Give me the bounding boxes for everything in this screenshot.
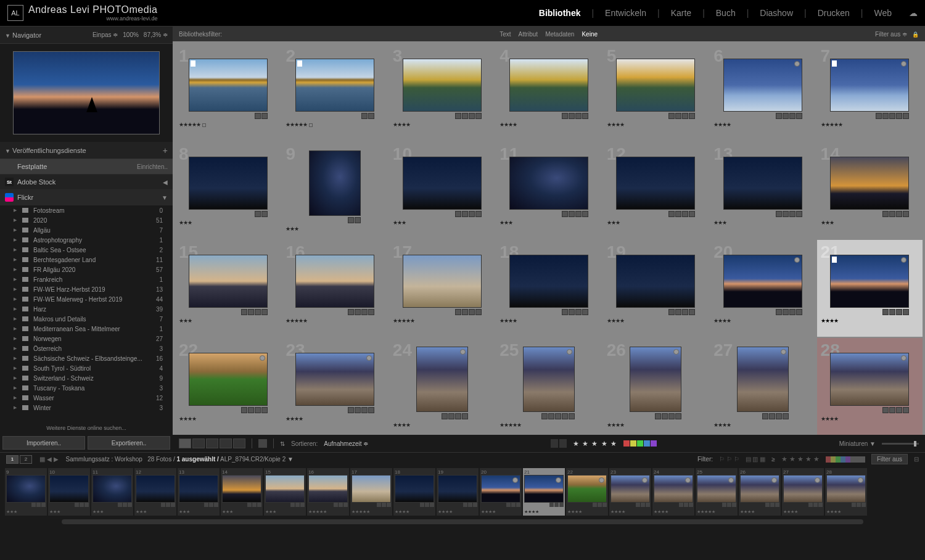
grid-cell[interactable]: 15 ★★★: [175, 240, 281, 337]
thumbnail[interactable]: [509, 59, 588, 112]
rating-stars[interactable]: ★★★: [286, 226, 384, 232]
navigator-preview[interactable]: [0, 44, 173, 142]
rating-stars[interactable]: ★★★★: [713, 422, 812, 428]
module-tab-web[interactable]: Web: [874, 8, 892, 18]
grid-cell[interactable]: 9 ★★★: [282, 142, 387, 239]
filter-preset-label[interactable]: Filter aus ≑: [875, 31, 907, 38]
filmstrip-cell[interactable]: 24 ★★★★: [652, 468, 694, 516]
filter-opt-keine[interactable]: Keine: [582, 31, 598, 38]
module-tab-entwickeln[interactable]: Entwickeln: [605, 8, 646, 18]
filmstrip-cell[interactable]: 21 ★★★★: [523, 468, 565, 516]
thumbnail[interactable]: [189, 157, 268, 210]
collection-item[interactable]: ▶South Tyrol - Südtirol4: [0, 363, 173, 373]
film-thumbnail[interactable]: [524, 475, 564, 503]
collection-item[interactable]: ▶Astrophotography1: [0, 235, 173, 245]
thumbnail[interactable]: [189, 353, 268, 406]
thumbnail[interactable]: [416, 347, 468, 412]
filmstrip-cell[interactable]: 13 ★★★: [178, 468, 220, 516]
filmstrip-cell[interactable]: 20 ★★★★: [480, 468, 522, 516]
grid-cell[interactable]: 13 ★★★: [710, 142, 815, 239]
color-filter[interactable]: [826, 456, 865, 463]
grid-cell[interactable]: 20 ★★★★: [710, 240, 815, 337]
rating-stars[interactable]: ★★★: [179, 318, 277, 324]
rating-stars[interactable]: ★★★★: [821, 318, 919, 324]
thumbnail[interactable]: [723, 157, 802, 210]
thumbnail[interactable]: [295, 255, 374, 308]
grid-cell[interactable]: 19 ★★★★: [603, 240, 709, 337]
navigator-thumbnail[interactable]: [13, 51, 160, 134]
thumbnail[interactable]: [737, 347, 789, 412]
collection-item[interactable]: ▶FW-WE Malerweg - Herbst 201944: [0, 294, 173, 304]
pick-flag-icon[interactable]: [191, 60, 195, 67]
rating-stars[interactable]: ★★★★: [179, 416, 277, 422]
thumbnail[interactable]: [523, 347, 575, 412]
thumbnail-grid[interactable]: 1 ★★★★★2 ★★★★★3 ★★★★4 ★★★★5 ★★★★6: [173, 41, 925, 435]
grid-cell[interactable]: 1 ★★★★★: [175, 44, 281, 141]
module-tab-diashow[interactable]: Diashow: [760, 8, 793, 18]
grid-cell[interactable]: 25 ★★★★★: [496, 338, 601, 435]
collection-item[interactable]: ▶FW-WE Harz-Herbst 201913: [0, 284, 173, 294]
thumbnail[interactable]: [189, 59, 268, 112]
service-festplatte[interactable]: FestplatteEinrichten..: [0, 159, 173, 175]
film-thumbnail[interactable]: [567, 475, 607, 503]
film-thumbnail[interactable]: [783, 475, 823, 503]
film-thumbnail[interactable]: [654, 475, 693, 503]
thumbnail[interactable]: [723, 255, 802, 308]
rating-stars[interactable]: ★★★★: [821, 416, 919, 422]
rating-stars[interactable]: ★★★★: [607, 121, 705, 128]
collection-list[interactable]: ▶Fotostream0▶202051▶Allgäu7▶Astrophotogr…: [0, 205, 173, 422]
loupe-view-button[interactable]: [192, 439, 205, 448]
grid-cell[interactable]: 8 ★★★: [175, 142, 281, 239]
film-thumbnail[interactable]: [826, 475, 866, 503]
color-label-box[interactable]: [202, 123, 206, 127]
thumbnail[interactable]: [403, 59, 482, 112]
rating-stars[interactable]: ★★★★★: [821, 121, 919, 128]
collection-item[interactable]: ▶Wasser12: [0, 393, 173, 403]
thumbnail[interactable]: [616, 157, 695, 210]
grid-cell[interactable]: 18 ★★★★: [496, 240, 601, 337]
rating-filter[interactable]: ★ ★ ★ ★ ★: [573, 440, 617, 448]
thumbnail-size-slider[interactable]: [882, 443, 919, 445]
rating-stars[interactable]: ★★★★★: [179, 121, 277, 128]
grid-cell[interactable]: 12 ★★★: [603, 142, 709, 239]
zoom-100[interactable]: 100%: [123, 31, 139, 38]
thumbnail[interactable]: [723, 59, 802, 112]
survey-view-button[interactable]: [220, 439, 232, 448]
compare-view-button[interactable]: [206, 439, 218, 448]
collection-item[interactable]: ▶Allgäu7: [0, 225, 173, 235]
grid-cell[interactable]: 11 ★★★: [496, 142, 601, 239]
zoom-fit[interactable]: Einpas ≑: [92, 31, 118, 38]
film-thumbnail[interactable]: [92, 475, 132, 503]
filmstrip-cell[interactable]: 26 ★★★★: [739, 468, 781, 516]
rating-stars[interactable]: ★★★★: [607, 422, 705, 428]
edit-filter-icons[interactable]: ▤ ▥ ▦: [746, 456, 766, 463]
filmstrip-cell[interactable]: 18 ★★★★: [393, 468, 435, 516]
rating-stars[interactable]: ★★★★: [500, 121, 598, 128]
people-view-button[interactable]: [233, 439, 245, 448]
collection-item[interactable]: ▶Baltic Sea - Ostsee2: [0, 245, 173, 255]
filmstrip-cell[interactable]: 12 ★★★: [134, 468, 176, 516]
grid-cell[interactable]: 5 ★★★★: [603, 44, 709, 141]
filmstrip-cell[interactable]: 25 ★★★★★: [696, 468, 738, 516]
rating-stars[interactable]: ★★★: [607, 220, 705, 226]
thumbnail[interactable]: [830, 255, 909, 308]
film-thumbnail[interactable]: [481, 475, 520, 503]
collection-item[interactable]: ▶Frankreich1: [0, 274, 173, 284]
thumbnail[interactable]: [830, 353, 909, 406]
collection-item[interactable]: ▶FR Allgäu 202057: [0, 265, 173, 274]
color-label-box[interactable]: [309, 123, 313, 127]
rating-stars[interactable]: ★★★: [179, 220, 277, 226]
collection-item[interactable]: ▶Berchtesgadener Land11: [0, 255, 173, 265]
filter-opt-attribut[interactable]: Attribut: [518, 31, 538, 38]
collection-item[interactable]: ▶Sächsische Schweiz - Elbsandsteinge...1…: [0, 353, 173, 363]
grid-cell[interactable]: 3 ★★★★: [389, 44, 495, 141]
module-tab-drucken[interactable]: Drucken: [818, 8, 850, 18]
collection-item[interactable]: ▶Makros und Details7: [0, 314, 173, 324]
collection-item[interactable]: ▶202051: [0, 215, 173, 225]
collection-item[interactable]: ▶Mediterranean Sea - Mittelmeer1: [0, 324, 173, 334]
module-tab-buch[interactable]: Buch: [716, 8, 736, 18]
filmstrip-cell[interactable]: 23 ★★★★: [609, 468, 651, 516]
grid-cell[interactable]: 22 ★★★★: [175, 338, 281, 435]
service-adobe-stock[interactable]: StAdobe Stock◀: [0, 175, 173, 190]
collection-item[interactable]: ▶Norwegen27: [0, 334, 173, 344]
